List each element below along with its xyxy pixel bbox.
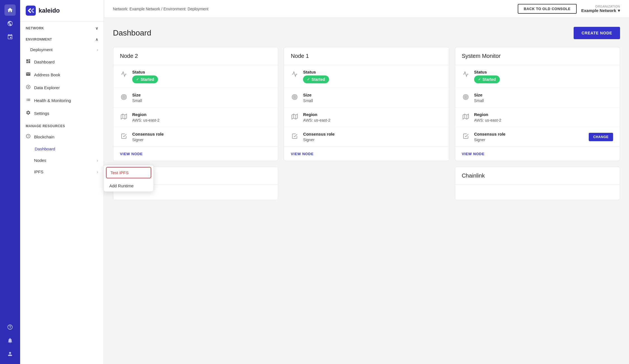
sidebar-sub-item-dashboard[interactable]: Dashboard xyxy=(20,143,104,155)
sysmon-consensus-icon xyxy=(462,132,470,140)
node2-card-header: Node 2 xyxy=(113,47,278,65)
svg-point-10 xyxy=(293,96,296,99)
node1-consensus-content: Consensus role Signer xyxy=(303,132,442,142)
logo: kaleido xyxy=(20,0,104,22)
dropdown-item-test-ipfs[interactable]: Test IPFS xyxy=(106,167,151,178)
node2-consensus-content: Consensus role Signer xyxy=(132,132,271,142)
sidebar-item-data-explorer[interactable]: Data Explorer xyxy=(20,81,104,94)
sysmon-consensus-row: Consensus role Signer CHANGE xyxy=(455,127,620,146)
sysmon-check-icon: ✓ xyxy=(478,77,481,81)
dropdown-item-add-runtime[interactable]: Add Runtime xyxy=(104,180,153,192)
network-section-header[interactable]: NETWORK ∨ xyxy=(20,22,104,33)
nodes-chevron-icon: › xyxy=(97,158,98,163)
bottom-middle-empty xyxy=(284,167,449,200)
health-monitoring-label: Health & Monitoring xyxy=(34,98,71,103)
create-node-button[interactable]: CREATE NODE xyxy=(574,27,620,39)
node1-card-header: Node 1 xyxy=(284,47,449,65)
node2-view-button[interactable]: VIEW NODE xyxy=(120,152,143,156)
chainlink-card: Chainlink xyxy=(455,167,620,200)
check-icon: ✓ xyxy=(136,77,139,81)
svg-point-4 xyxy=(122,96,126,99)
home-icon[interactable] xyxy=(4,4,16,16)
top-bar: Network: Example Network / Environment: … xyxy=(104,0,629,18)
node1-status-chart-icon xyxy=(291,70,299,78)
node2-status-badge: ✓ Started xyxy=(132,75,158,83)
network-chevron-icon: ∨ xyxy=(95,26,98,30)
sidebar-item-nodes[interactable]: Nodes › xyxy=(20,155,104,166)
cards-grid: Node 2 Status ✓ Started xyxy=(113,47,620,161)
node1-size-icon xyxy=(291,93,299,101)
user-icon[interactable] xyxy=(4,348,16,360)
node1-region-content: Region AWS: us-east-2 xyxy=(303,112,442,122)
node2-size-row: Size Small xyxy=(113,88,278,108)
help-icon[interactable] xyxy=(4,322,16,333)
data-explorer-icon xyxy=(26,84,31,91)
sysmon-consensus-content: Consensus role Signer CHANGE xyxy=(474,132,613,142)
sidebar-item-address-book[interactable]: Address Book xyxy=(20,68,104,81)
blockchain-label: Blockchain xyxy=(34,134,55,139)
node1-card: Node 1 Status ✓ Started xyxy=(284,47,449,161)
address-book-icon xyxy=(26,72,31,78)
node2-card: Node 2 Status ✓ Started xyxy=(113,47,278,161)
sysmon-status-badge: ✓ Started xyxy=(474,75,500,83)
svg-point-17 xyxy=(465,96,466,98)
sidebar-item-health-monitoring[interactable]: Health & Monitoring xyxy=(20,94,104,107)
settings-icon xyxy=(26,110,31,116)
sysmon-status-content: Status ✓ Started xyxy=(474,70,613,83)
status-chart-icon xyxy=(120,70,128,78)
sysmon-view-button[interactable]: VIEW NODE xyxy=(462,152,485,156)
sidebar-item-dashboard[interactable]: Dashboard xyxy=(20,55,104,68)
node1-size-row: Size Small xyxy=(284,88,449,108)
sysmon-change-button[interactable]: CHANGE xyxy=(589,133,613,141)
node1-view-button[interactable]: VIEW NODE xyxy=(291,152,314,156)
node2-title: Node 2 xyxy=(120,53,271,59)
node1-status-content: Status ✓ Started xyxy=(303,70,442,83)
node2-status-row: Status ✓ Started xyxy=(113,65,278,88)
sidebar-item-settings[interactable]: Settings xyxy=(20,107,104,120)
environment-section-header[interactable]: ENVIRONMENT ∧ xyxy=(20,33,104,44)
org-selector[interactable]: ORGANIZATION Example Network ▾ xyxy=(581,5,620,13)
sysmon-status-chart-icon xyxy=(462,70,470,78)
node1-status-badge: ✓ Started xyxy=(303,75,329,83)
deployment-chevron-icon: › xyxy=(97,48,98,52)
node1-consensus-icon xyxy=(291,132,299,140)
org-dropdown-icon: ▾ xyxy=(618,8,620,13)
address-book-label: Address Book xyxy=(34,72,60,77)
data-explorer-label: Data Explorer xyxy=(34,85,60,90)
logo-text: kaleido xyxy=(39,7,60,14)
back-to-old-console-button[interactable]: BACK TO OLD CONSOLE xyxy=(518,4,577,14)
region-map-icon xyxy=(120,113,128,120)
sidebar-item-ipfs[interactable]: IPFS › xyxy=(20,166,104,178)
nodes-label: Nodes xyxy=(34,158,46,163)
node2-region-content: Region AWS: us-east-2 xyxy=(132,112,271,122)
sysmon-status-row: Status ✓ Started xyxy=(455,65,620,88)
sysmon-region-row: Region AWS: us-east-2 xyxy=(455,108,620,127)
globe-icon[interactable] xyxy=(4,18,16,29)
node1-card-footer: VIEW NODE xyxy=(284,146,449,161)
consensus-clipboard-icon xyxy=(120,132,128,140)
node1-region-icon xyxy=(291,113,299,120)
svg-point-2 xyxy=(28,86,29,88)
node1-region-row: Region AWS: us-east-2 xyxy=(284,108,449,127)
network-icon[interactable] xyxy=(4,31,16,42)
dropdown-popup: Test IPFS Add Runtime xyxy=(103,165,154,192)
content-header: Dashboard CREATE NODE xyxy=(113,27,620,39)
blockchain-icon xyxy=(26,134,31,140)
settings-label: Settings xyxy=(34,111,49,116)
node1-title: Node 1 xyxy=(291,53,442,59)
dashboard-label: Dashboard xyxy=(34,60,55,64)
node1-card-body: Status ✓ Started Size xyxy=(284,65,449,146)
node2-region-row: Region AWS: us-east-2 xyxy=(113,108,278,127)
sysmon-size-icon xyxy=(462,93,470,101)
consensus-row-inner: Consensus role Signer CHANGE xyxy=(474,132,613,142)
svg-marker-18 xyxy=(463,114,469,119)
org-name: Example Network ▾ xyxy=(581,8,620,13)
bell-icon[interactable] xyxy=(4,335,16,346)
size-target-icon xyxy=(120,93,128,101)
sidebar-item-deployment[interactable]: Deployment › xyxy=(20,44,104,55)
breadcrumb: Network: Example Network / Environment: … xyxy=(113,7,513,11)
svg-point-5 xyxy=(123,96,124,98)
manage-resources-header: MANAGE RESOURCES xyxy=(20,120,104,130)
page-title: Dashboard xyxy=(113,29,151,37)
sidebar-item-blockchain[interactable]: Blockchain xyxy=(20,130,104,143)
